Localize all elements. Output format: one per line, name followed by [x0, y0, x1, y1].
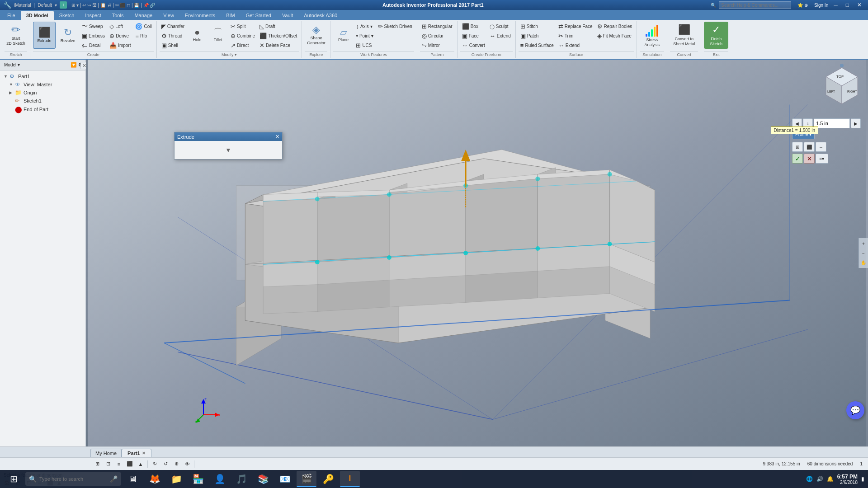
stress-analysis-button[interactable]: StressAnalysis: [640, 22, 664, 49]
tree-item-sketch1[interactable]: ✏ Sketch1: [0, 97, 85, 105]
tab-3d-model[interactable]: 3D Model: [21, 11, 54, 20]
sign-in-label[interactable]: Sign In: [814, 3, 828, 8]
decal-button[interactable]: 🏷Decal: [80, 41, 107, 50]
extrude-dialog-header[interactable]: Extrude ✕: [175, 132, 282, 141]
extrude-button[interactable]: ⬛ Extrude: [33, 22, 56, 49]
axis-button[interactable]: ↕Axis ▾: [354, 22, 375, 31]
circular-button[interactable]: ◎Circular: [420, 31, 454, 40]
spotify-button[interactable]: 🎵: [231, 471, 251, 487]
search-input[interactable]: [719, 1, 791, 9]
box-button[interactable]: ⬛Box: [460, 22, 487, 31]
zoom-fit-button[interactable]: ⊕: [171, 459, 181, 469]
start-button[interactable]: ⊞: [4, 471, 24, 487]
coil-button[interactable]: 🌀Coil: [133, 22, 153, 31]
mirror-button[interactable]: ⇋Mirror: [420, 41, 454, 50]
sketch-driven-button[interactable]: ✏Sketch Driven: [376, 22, 414, 31]
plane-button[interactable]: ▱ Plane: [333, 22, 353, 48]
revolve-button[interactable]: ↻ Revolve: [57, 22, 79, 49]
discord-button[interactable]: 💬: [846, 401, 864, 419]
chamfer-button[interactable]: ◤Chamfer: [160, 22, 186, 31]
inventor-button[interactable]: I: [340, 471, 360, 487]
asym-button[interactable]: ⬛: [804, 142, 815, 152]
loft-button[interactable]: ◇Loft: [108, 22, 132, 31]
part1-tab-close[interactable]: ✕: [142, 451, 146, 455]
tab-tools[interactable]: Tools: [107, 11, 129, 20]
tab-vault[interactable]: Vault: [277, 11, 298, 20]
tree-item-view[interactable]: ▼ 👁 View: Master: [0, 80, 85, 89]
ucs-button[interactable]: ⊞UCS: [354, 41, 375, 50]
finish-sketch-button[interactable]: ✓ FinishSketch: [704, 22, 728, 49]
taskbar-search[interactable]: 🔍 🎤: [25, 472, 121, 486]
confirm-button[interactable]: ✓: [792, 154, 803, 164]
user-button[interactable]: 👤: [210, 471, 230, 487]
tree-item-end-of-part[interactable]: ⬤ End of Part: [0, 105, 85, 114]
import-button[interactable]: 📥Import: [108, 41, 132, 50]
stitch-button[interactable]: ⊞Stitch: [519, 22, 556, 31]
delete-face-button[interactable]: ✕Delete Face: [258, 41, 299, 50]
notification-icon[interactable]: 🔔: [827, 476, 834, 482]
sym-button[interactable]: ⊞: [792, 142, 803, 152]
trim-button[interactable]: ✂Trim: [557, 31, 594, 40]
clock[interactable]: 6:57 PM 2/6/2018: [837, 474, 858, 485]
split-button[interactable]: ✂Split: [229, 22, 257, 31]
snap-button[interactable]: ⊡: [103, 459, 113, 469]
cancel-button[interactable]: ✕: [804, 154, 815, 164]
task-view-button[interactable]: 🖥: [123, 471, 143, 487]
extrude-close-button[interactable]: ✕: [275, 134, 279, 140]
tree-item-origin[interactable]: ▶ 📁 Origin: [0, 89, 85, 97]
navigation-cube[interactable]: TOP LEFT RIGHT: [819, 63, 864, 108]
filter-icon[interactable]: 🔽: [71, 62, 77, 68]
thread-button[interactable]: ⚙Thread: [160, 31, 186, 40]
rotate-btn-2[interactable]: ↺: [160, 459, 170, 469]
zoom-in-button[interactable]: +: [860, 239, 867, 248]
tab-sketch[interactable]: Sketch: [54, 11, 80, 20]
derive-button[interactable]: ⊕Derive: [108, 31, 132, 40]
tab-view[interactable]: View: [158, 11, 179, 20]
tab-a360[interactable]: Autodesk A360: [298, 11, 343, 20]
firefox-button[interactable]: 🦊: [145, 471, 165, 487]
show-desktop-button[interactable]: ▮: [861, 476, 864, 482]
face-button[interactable]: ▣Face: [460, 31, 487, 40]
minimize-button[interactable]: ─: [831, 1, 840, 9]
taskbar-search-input[interactable]: [39, 476, 107, 482]
distance-input[interactable]: [814, 118, 850, 128]
convert-freeform-button[interactable]: ↔Convert: [460, 41, 487, 50]
netflix-button[interactable]: 🎬: [297, 471, 316, 487]
rotate-btn-1[interactable]: ↻: [150, 459, 160, 469]
grid-button[interactable]: ⊞: [92, 459, 102, 469]
orientation-button[interactable]: ▲: [136, 459, 146, 469]
zoom-out-button[interactable]: −: [860, 249, 867, 258]
fillet-button[interactable]: ⌒ Fillet: [208, 22, 228, 48]
hole-button[interactable]: ● Hole: [187, 22, 207, 48]
wireframe-button[interactable]: ≡: [114, 459, 124, 469]
repair-bodies-button[interactable]: ⚙Repair Bodies: [595, 22, 634, 31]
shadow-button[interactable]: ⬛: [125, 459, 135, 469]
extend-freeform-button[interactable]: ↔Extend: [488, 31, 513, 40]
thicken-button[interactable]: ⬛Thicken/Offset: [258, 31, 299, 40]
volume-icon[interactable]: 🔊: [816, 476, 823, 482]
flip-button[interactable]: ↔: [816, 142, 826, 152]
store-button[interactable]: 🏪: [188, 471, 208, 487]
tab-environments[interactable]: Environments: [179, 11, 221, 20]
explorer-button[interactable]: 📁: [166, 471, 186, 487]
draft-button[interactable]: ◺Draft: [258, 22, 299, 31]
patch-button[interactable]: ▣Patch: [519, 31, 556, 40]
lastpass-button[interactable]: 🔑: [318, 471, 338, 487]
look-at-button[interactable]: 👁: [182, 459, 192, 469]
combine-button[interactable]: ⊕Combine: [229, 31, 257, 40]
part1-tab[interactable]: Part1 ✕: [122, 449, 151, 457]
tree-item-part1[interactable]: ▼ ⚙ Part1: [0, 72, 85, 80]
extrude-expand-button[interactable]: ▼: [178, 145, 278, 155]
replace-face-button[interactable]: ⇄Replace Face: [557, 22, 594, 31]
distance-right-button[interactable]: ▶: [851, 118, 861, 128]
model-dropdown-button[interactable]: Model ▾: [3, 62, 21, 68]
close-button[interactable]: ✕: [854, 1, 864, 9]
mail-button[interactable]: 📧: [275, 471, 295, 487]
tab-file[interactable]: File: [2, 11, 21, 20]
options-button[interactable]: ≡▾: [816, 154, 828, 164]
kindle-button[interactable]: 📚: [253, 471, 273, 487]
sculpt-button[interactable]: ◌Sculpt: [488, 22, 513, 31]
restore-button[interactable]: □: [843, 1, 852, 9]
fit-mesh-button[interactable]: ◈Fit Mesh Face: [595, 31, 634, 40]
extend-button[interactable]: ↔Extend: [557, 41, 594, 50]
